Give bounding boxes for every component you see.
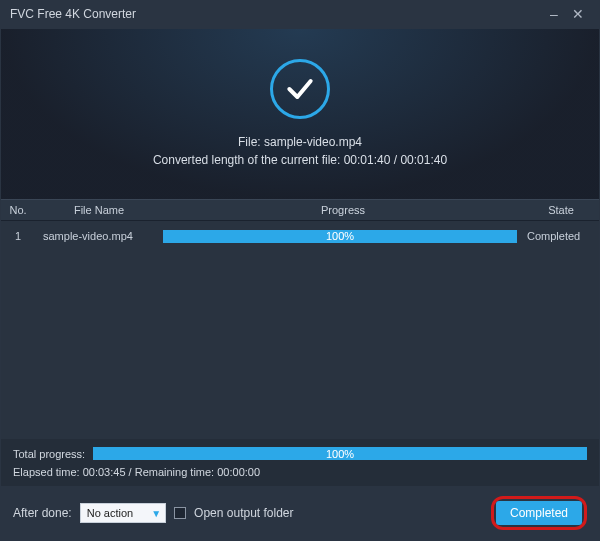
footer-bar: After done: No action ▼ Open output fold…	[1, 486, 599, 540]
table-row: 1 sample-video.mp4 100% Completed	[1, 221, 599, 251]
table-body: 1 sample-video.mp4 100% Completed	[1, 221, 599, 439]
col-header-filename: File Name	[35, 204, 163, 216]
col-header-no: No.	[1, 204, 35, 216]
progress-label: 100%	[163, 230, 517, 243]
minimize-button[interactable]: –	[542, 6, 566, 22]
total-progress-bar: 100%	[93, 447, 587, 460]
summary-panel: Total progress: 100% Elapsed time: 00:03…	[1, 439, 599, 486]
col-header-progress: Progress	[163, 204, 523, 216]
current-file-label: File: sample-video.mp4	[238, 135, 362, 149]
after-done-select[interactable]: No action ▼	[80, 503, 166, 523]
completed-highlight: Completed	[491, 496, 587, 530]
cell-progress: 100%	[163, 230, 523, 243]
chevron-down-icon: ▼	[151, 508, 161, 519]
close-button[interactable]: ✕	[566, 6, 590, 22]
completed-button[interactable]: Completed	[496, 501, 582, 525]
total-progress-row: Total progress: 100%	[13, 447, 587, 460]
checkmark-icon	[270, 59, 330, 119]
total-progress-pct: 100%	[93, 447, 587, 460]
col-header-state: State	[523, 204, 599, 216]
status-hero: File: sample-video.mp4 Converted length …	[1, 29, 599, 199]
main-panel: File: sample-video.mp4 Converted length …	[0, 28, 600, 541]
cell-state: Completed	[523, 230, 599, 242]
open-output-checkbox[interactable]	[174, 507, 186, 519]
cell-filename: sample-video.mp4	[35, 230, 163, 242]
converted-length-label: Converted length of the current file: 00…	[153, 153, 447, 167]
elapsed-remaining-label: Elapsed time: 00:03:45 / Remaining time:…	[13, 466, 587, 478]
total-progress-label: Total progress:	[13, 448, 85, 460]
titlebar: FVC Free 4K Converter – ✕	[0, 0, 600, 28]
after-done-label: After done:	[13, 506, 72, 520]
cell-no: 1	[1, 230, 35, 242]
progress-bar: 100%	[163, 230, 517, 243]
table-header: No. File Name Progress State	[1, 199, 599, 221]
open-output-label: Open output folder	[194, 506, 293, 520]
after-done-value: No action	[87, 507, 133, 519]
window-title: FVC Free 4K Converter	[10, 7, 136, 21]
